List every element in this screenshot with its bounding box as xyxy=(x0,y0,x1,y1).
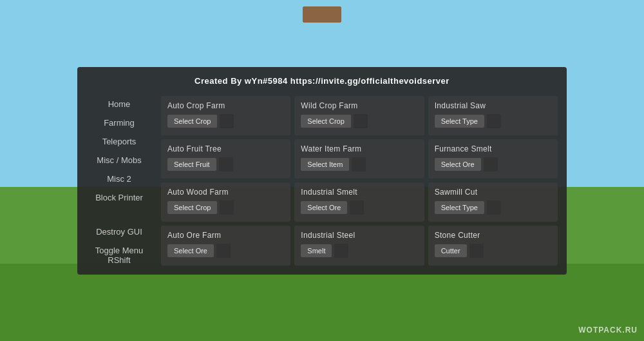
cell-title-auto-ore-farm: Auto Ore Farm xyxy=(167,231,284,240)
cell-controls-water-item-farm: Select Item xyxy=(301,157,417,171)
grass-background xyxy=(0,264,644,341)
sidebar-item-misc2[interactable]: Misc 2 xyxy=(84,171,155,187)
color-box-5 xyxy=(352,157,366,171)
cell-title-auto-fruit-tree: Auto Fruit Tree xyxy=(167,144,284,153)
sidebar-item-farming[interactable]: Farming xyxy=(84,115,155,131)
select-type-btn-2[interactable]: Select Type xyxy=(435,201,484,214)
cell-controls-auto-fruit-tree: Select Fruit xyxy=(167,157,284,171)
select-type-btn-1[interactable]: Select Type xyxy=(435,115,484,128)
cell-industrial-saw: Industrial Saw Select Type xyxy=(428,96,558,135)
smelt-btn[interactable]: Smelt xyxy=(301,244,332,257)
cell-controls-industrial-saw: Select Type xyxy=(435,114,551,128)
cell-auto-fruit-tree: Auto Fruit Tree Select Fruit xyxy=(161,139,290,179)
cell-title-industrial-steel: Industrial Steel xyxy=(301,231,417,240)
dirt-block xyxy=(303,6,341,23)
cell-water-item-farm: Water Item Farm Select Item xyxy=(294,139,424,179)
cell-furnance-smelt: Furnance Smelt Select Ore xyxy=(428,139,558,179)
watermark: WOTPACK.RU xyxy=(578,326,638,335)
color-box-7 xyxy=(220,200,234,215)
cell-controls-furnance-smelt: Select Ore xyxy=(435,157,551,171)
sidebar-item-destroy-gui[interactable]: Destroy GUI xyxy=(84,224,155,240)
cell-controls-auto-wood-farm: Select Crop xyxy=(167,200,284,215)
sidebar: Home Farming Teleports Misc / Mobs Misc … xyxy=(84,93,155,268)
color-box-1 xyxy=(220,114,234,128)
cell-title-wild-crop-farm: Wild Crop Farm xyxy=(301,101,417,110)
select-crop-btn-1[interactable]: Select Crop xyxy=(167,115,217,128)
cell-wild-crop-farm: Wild Crop Farm Select Crop xyxy=(294,96,424,135)
cell-controls-stone-cutter: Cutter xyxy=(435,244,551,258)
cell-stone-cutter: Stone Cutter Cutter xyxy=(428,226,558,265)
cell-sawmill-cut: Sawmill Cut Select Type xyxy=(428,182,558,222)
color-box-2 xyxy=(354,114,368,128)
cell-industrial-steel: Industrial Steel Smelt xyxy=(294,226,424,265)
main-content: Home Farming Teleports Misc / Mobs Misc … xyxy=(84,93,560,268)
sidebar-item-block-printer[interactable]: Block Printer xyxy=(84,190,155,206)
cell-title-stone-cutter: Stone Cutter xyxy=(435,231,551,240)
sidebar-item-misc-mobs[interactable]: Misc / Mobs xyxy=(84,152,155,168)
color-box-9 xyxy=(487,200,501,215)
grid-area: Auto Crop Farm Select Crop Wild Crop Far… xyxy=(158,93,560,268)
cutter-btn[interactable]: Cutter xyxy=(435,244,467,257)
color-box-10 xyxy=(216,244,231,258)
cell-title-furnance-smelt: Furnance Smelt xyxy=(435,144,551,153)
select-item-btn[interactable]: Select Item xyxy=(301,158,349,171)
color-box-6 xyxy=(484,157,498,171)
cell-title-water-item-farm: Water Item Farm xyxy=(301,144,417,153)
select-fruit-btn[interactable]: Select Fruit xyxy=(167,158,216,171)
cell-controls-sawmill-cut: Select Type xyxy=(435,200,551,215)
cell-title-industrial-smelt: Industrial Smelt xyxy=(301,188,417,197)
select-ore-btn-1[interactable]: Select Ore xyxy=(435,158,481,171)
color-box-11 xyxy=(334,244,348,258)
cell-controls-auto-ore-farm: Select Ore xyxy=(167,244,284,258)
cell-controls-auto-crop-farm: Select Crop xyxy=(167,114,284,128)
color-box-4 xyxy=(219,157,233,171)
select-crop-btn-3[interactable]: Select Crop xyxy=(167,201,217,214)
sidebar-item-teleports[interactable]: Teleports xyxy=(84,133,155,150)
select-crop-btn-2[interactable]: Select Crop xyxy=(301,115,350,128)
sidebar-item-toggle-menu[interactable]: Toggle Menu RShift xyxy=(84,242,155,268)
cell-controls-industrial-steel: Smelt xyxy=(301,244,417,258)
cell-title-auto-crop-farm: Auto Crop Farm xyxy=(167,101,284,110)
cell-title-industrial-saw: Industrial Saw xyxy=(435,101,551,110)
cell-auto-ore-farm: Auto Ore Farm Select Ore xyxy=(161,226,290,265)
cell-title-auto-wood-farm: Auto Wood Farm xyxy=(167,188,284,197)
select-ore-btn-2[interactable]: Select Ore xyxy=(301,201,347,214)
sidebar-item-home[interactable]: Home xyxy=(84,96,155,112)
cell-controls-industrial-smelt: Select Ore xyxy=(301,200,417,215)
gui-panel: Created By wYn#5984 https://invite.gg/of… xyxy=(77,67,567,275)
color-box-3 xyxy=(487,114,501,128)
sidebar-item-spacer xyxy=(84,208,155,221)
color-box-8 xyxy=(350,200,364,215)
header-text: Created By wYn#5984 https://invite.gg/of… xyxy=(84,73,560,88)
cell-title-sawmill-cut: Sawmill Cut xyxy=(435,188,551,197)
cell-industrial-smelt: Industrial Smelt Select Ore xyxy=(294,182,424,222)
color-box-12 xyxy=(469,244,484,258)
select-ore-btn-3[interactable]: Select Ore xyxy=(167,244,214,257)
cell-controls-wild-crop-farm: Select Crop xyxy=(301,114,417,128)
cell-auto-crop-farm: Auto Crop Farm Select Crop xyxy=(161,96,290,135)
cell-auto-wood-farm: Auto Wood Farm Select Crop xyxy=(161,182,290,222)
